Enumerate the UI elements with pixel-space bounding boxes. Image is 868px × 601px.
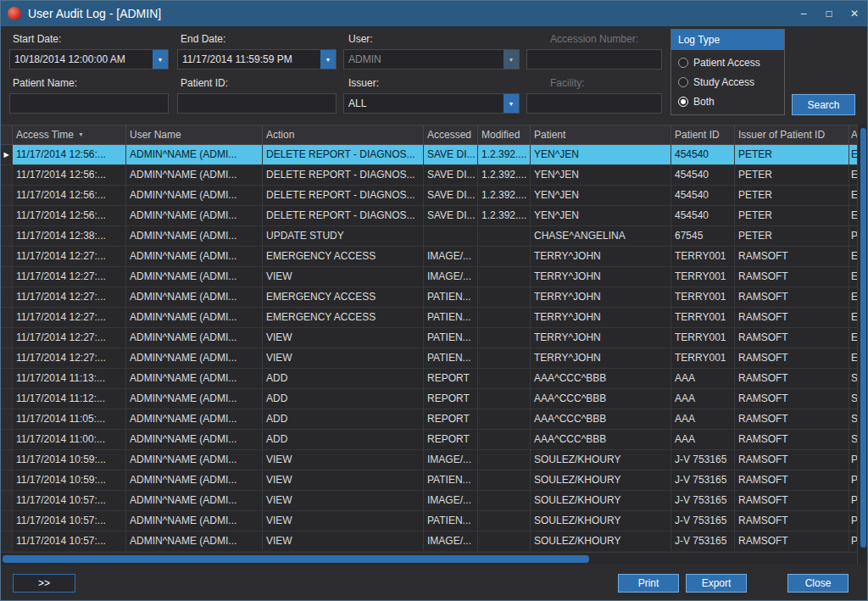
accession-number-input[interactable] xyxy=(526,49,662,70)
end-date-combo[interactable]: 11/17/2014 11:59:59 PM ▼ xyxy=(177,49,337,70)
table-row[interactable]: 11/17/2014 11:12:...ADMIN^NAME (ADMI...A… xyxy=(1,389,857,409)
horizontal-scrollbar[interactable] xyxy=(1,552,857,565)
title-bar[interactable]: User Audit Log - [ADMIN] – □ ✕ xyxy=(1,1,867,26)
table-row[interactable]: 11/17/2014 10:57:...ADMIN^NAME (ADMI...V… xyxy=(1,511,857,531)
column-header-modified[interactable]: Modified xyxy=(478,125,531,144)
patient-id-input[interactable] xyxy=(177,93,337,114)
patient-name-input[interactable] xyxy=(9,93,169,114)
print-button[interactable]: Print xyxy=(618,574,679,593)
cell-modified: 1.2.392.... xyxy=(478,186,531,205)
cell-user-name: ADMIN^NAME (ADMI... xyxy=(126,226,263,246)
column-header-patient-id[interactable]: Patient ID xyxy=(671,125,735,144)
cell-patient: TERRY^JOHN xyxy=(531,328,671,348)
cell-action: VIEW xyxy=(263,348,424,368)
cell-user-name: ADMIN^NAME (ADMI... xyxy=(126,206,263,225)
table-row[interactable]: 11/17/2014 12:38:...ADMIN^NAME (ADMI...U… xyxy=(1,226,857,247)
maximize-button[interactable]: □ xyxy=(816,1,842,26)
cell-patient-id: 454540 xyxy=(671,165,735,185)
chevron-down-icon[interactable]: ▼ xyxy=(153,50,168,69)
table-row[interactable]: 11/17/2014 12:27:...ADMIN^NAME (ADMI...V… xyxy=(1,267,857,287)
search-button[interactable]: Search xyxy=(792,94,855,115)
table-row[interactable]: 11/17/2014 10:59:...ADMIN^NAME (ADMI...V… xyxy=(1,470,857,491)
horizontal-scrollbar-thumb[interactable] xyxy=(3,555,589,563)
table-row[interactable]: 11/17/2014 12:56:...ADMIN^NAME (ADMI...D… xyxy=(1,186,857,206)
table-row[interactable]: 11/17/2014 12:27:...ADMIN^NAME (ADMI...V… xyxy=(1,328,857,348)
chevron-down-icon[interactable]: ▼ xyxy=(320,50,336,69)
table-row[interactable]: 11/17/2014 12:56:...ADMIN^NAME (ADMI...D… xyxy=(1,206,857,226)
close-button[interactable]: Close xyxy=(787,574,849,593)
table-row[interactable]: 11/17/2014 10:57:...ADMIN^NAME (ADMI...V… xyxy=(1,531,857,551)
close-icon[interactable]: ✕ xyxy=(842,1,867,26)
indicator-header-cell xyxy=(1,125,13,144)
column-header-user-name[interactable]: User Name xyxy=(126,125,263,144)
cell-patient: SOULEZ/KHOURY xyxy=(531,450,671,470)
column-header-access-time[interactable]: Access Time▼ xyxy=(13,125,126,144)
column-header-issuer-of-patient-id[interactable]: Issuer of Patient ID xyxy=(735,125,849,144)
table-row[interactable]: 11/17/2014 12:27:...ADMIN^NAME (ADMI...E… xyxy=(1,247,857,267)
cell-user-name: ADMIN^NAME (ADMI... xyxy=(126,348,263,368)
cell-accession: S xyxy=(849,369,857,388)
export-button[interactable]: Export xyxy=(686,574,747,593)
column-header-patient[interactable]: Patient xyxy=(531,125,671,144)
column-header-accession[interactable]: A xyxy=(849,125,857,144)
column-header-action[interactable]: Action xyxy=(263,125,424,144)
table-row[interactable]: 11/17/2014 10:59:...ADMIN^NAME (ADMI...V… xyxy=(1,450,857,470)
table-row[interactable]: 11/17/2014 10:57:...ADMIN^NAME (ADMI...V… xyxy=(1,491,857,511)
table-row[interactable]: 11/17/2014 12:27:...ADMIN^NAME (ADMI...E… xyxy=(1,308,857,328)
radio-study-access[interactable]: Study Access xyxy=(678,75,784,89)
table-row[interactable]: 11/17/2014 12:27:...ADMIN^NAME (ADMI...E… xyxy=(1,287,857,308)
app-icon xyxy=(8,7,21,20)
table-row[interactable]: 11/17/2014 11:00:...ADMIN^NAME (ADMI...A… xyxy=(1,430,857,450)
user-value: ADMIN xyxy=(344,50,504,69)
cell-patient-id: J-V 753165 xyxy=(671,450,735,470)
cell-accession: E xyxy=(849,206,857,225)
table-row[interactable]: ▶11/17/2014 12:56:...ADMIN^NAME (ADMI...… xyxy=(1,145,857,165)
issuer-combo[interactable]: ALL ▼ xyxy=(343,93,520,114)
cell-user-name: ADMIN^NAME (ADMI... xyxy=(126,389,263,409)
vertical-scrollbar[interactable] xyxy=(857,125,868,565)
vertical-scrollbar-thumb[interactable] xyxy=(860,128,866,548)
cell-action: VIEW xyxy=(263,470,424,490)
cell-accessed: REPORT xyxy=(424,409,478,429)
table-row[interactable]: 11/17/2014 12:27:...ADMIN^NAME (ADMI...V… xyxy=(1,348,857,369)
facility-input[interactable] xyxy=(526,93,662,114)
row-indicator xyxy=(1,470,13,490)
cell-patient-id: 454540 xyxy=(671,186,735,205)
cell-user-name: ADMIN^NAME (ADMI... xyxy=(126,186,263,205)
cell-issuer-of-patient-id: PETER xyxy=(735,165,849,185)
row-indicator xyxy=(1,430,13,449)
footer-bar: >> Print Export Close xyxy=(1,565,868,601)
cell-issuer-of-patient-id: PETER xyxy=(735,186,849,205)
table-row[interactable]: 11/17/2014 12:56:...ADMIN^NAME (ADMI...D… xyxy=(1,165,857,186)
cell-modified xyxy=(478,511,531,531)
table-row[interactable]: 11/17/2014 11:05:...ADMIN^NAME (ADMI...A… xyxy=(1,409,857,430)
row-indicator xyxy=(1,450,13,470)
cell-accessed: REPORT xyxy=(424,389,478,409)
cell-modified xyxy=(478,450,531,470)
chevron-down-icon[interactable]: ▼ xyxy=(504,94,519,113)
cell-action: DELETE REPORT - DIAGNOS... xyxy=(263,165,424,185)
cell-access-time: 11/17/2014 12:27:... xyxy=(13,328,126,348)
column-header-accessed[interactable]: Accessed xyxy=(424,125,478,144)
cell-action: DELETE REPORT - DIAGNOS... xyxy=(263,186,424,205)
expand-button[interactable]: >> xyxy=(13,574,75,593)
cell-patient-id: TERRY001 xyxy=(671,348,735,368)
minimize-button[interactable]: – xyxy=(791,1,816,26)
cell-accessed: IMAGE/... xyxy=(424,267,478,287)
radio-both[interactable]: Both xyxy=(678,95,784,109)
cell-user-name: ADMIN^NAME (ADMI... xyxy=(126,165,263,185)
cell-access-time: 11/17/2014 11:12:... xyxy=(13,389,126,409)
row-indicator xyxy=(1,531,13,551)
start-date-combo[interactable]: 10/18/2014 12:00:00 AM ▼ xyxy=(9,49,169,70)
cell-user-name: ADMIN^NAME (ADMI... xyxy=(126,328,263,348)
cell-accession: S xyxy=(849,430,857,449)
cell-patient: YEN^JEN xyxy=(531,206,671,225)
radio-patient-access[interactable]: Patient Access xyxy=(678,56,784,70)
radio-label: Both xyxy=(693,96,715,108)
cell-user-name: ADMIN^NAME (ADMI... xyxy=(126,247,263,266)
table-row[interactable]: 11/17/2014 11:13:...ADMIN^NAME (ADMI...A… xyxy=(1,369,857,389)
cell-accession: P xyxy=(849,470,857,490)
row-indicator xyxy=(1,308,13,327)
cell-patient: AAA^CCC^BBB xyxy=(531,369,671,388)
cell-action: VIEW xyxy=(263,267,424,287)
